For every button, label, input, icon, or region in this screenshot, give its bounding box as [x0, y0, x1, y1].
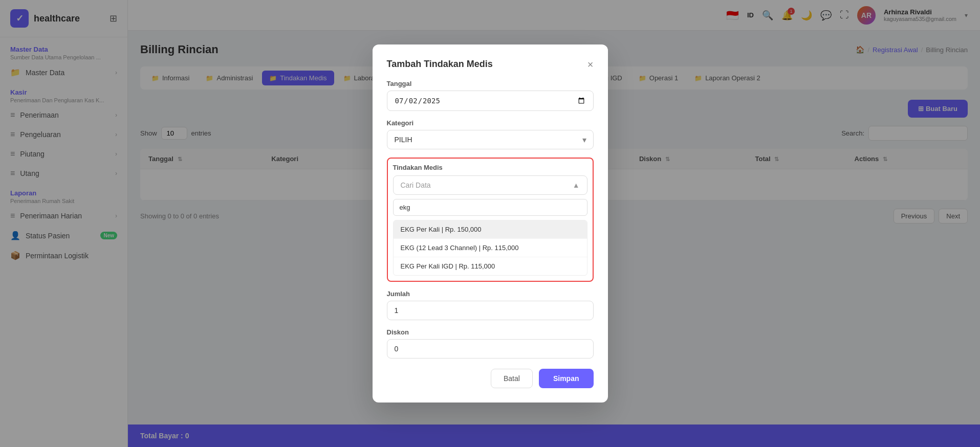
diskon-label: Diskon	[387, 328, 594, 336]
modal-header: Tambah Tindakan Medis ×	[387, 59, 594, 70]
kategori-select[interactable]: PILIH Umum BPJS Asuransi	[387, 130, 594, 149]
tindakan-search-input[interactable]	[393, 199, 587, 216]
jumlah-input[interactable]	[387, 301, 594, 320]
form-group-tanggal: Tanggal	[387, 80, 594, 111]
cancel-button[interactable]: Batal	[491, 369, 533, 388]
save-button[interactable]: Simpan	[539, 369, 594, 388]
diskon-input[interactable]	[387, 339, 594, 359]
modal-tambah-tindakan: Tambah Tindakan Medis × Tanggal Kategori…	[373, 44, 608, 403]
modal-overlay[interactable]: Tambah Tindakan Medis × Tanggal Kategori…	[0, 0, 980, 447]
tanggal-label: Tanggal	[387, 80, 594, 87]
tanggal-input[interactable]	[387, 91, 594, 111]
tindakan-option-0[interactable]: EKG Per Kali | Rp. 150,000	[394, 220, 587, 239]
dropdown-placeholder: Cari Data	[401, 181, 431, 189]
form-group-kategori: Kategori PILIH Umum BPJS Asuransi ▾	[387, 119, 594, 149]
modal-footer: Batal Simpan	[387, 369, 594, 388]
dropdown-arrow-icon: ▲	[573, 181, 580, 189]
tindakan-options-list: EKG Per Kali | Rp. 150,000 EKG (12 Lead …	[393, 220, 587, 276]
form-group-jumlah: Jumlah	[387, 290, 594, 320]
jumlah-label: Jumlah	[387, 290, 594, 298]
tindakan-dropdown-trigger[interactable]: Cari Data ▲	[393, 175, 587, 195]
modal-title: Tambah Tindakan Medis	[387, 59, 493, 70]
kategori-select-wrapper: PILIH Umum BPJS Asuransi ▾	[387, 130, 594, 149]
tindakan-label: Tindakan Medis	[393, 164, 587, 171]
kategori-label: Kategori	[387, 119, 594, 127]
tindakan-medis-section: Tindakan Medis Cari Data ▲ EKG Per Kali …	[387, 158, 594, 282]
form-group-diskon: Diskon	[387, 328, 594, 359]
tindakan-option-1[interactable]: EKG (12 Lead 3 Channel) | Rp. 115,000	[394, 239, 587, 257]
tindakan-option-2[interactable]: EKG Per Kali IGD | Rp. 115,000	[394, 257, 587, 275]
modal-close-button[interactable]: ×	[587, 59, 594, 70]
